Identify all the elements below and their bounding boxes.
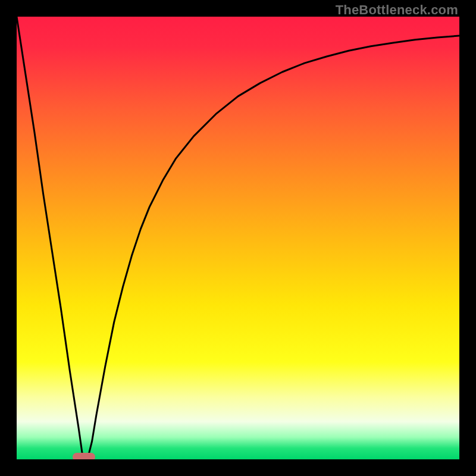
chart-frame: TheBottleneck.com	[0, 0, 476, 476]
watermark-text: TheBottleneck.com	[336, 2, 458, 18]
plot-area	[17, 17, 459, 459]
curve-layer	[17, 17, 459, 459]
bottleneck-curve	[17, 17, 459, 459]
optimal-marker	[73, 453, 95, 459]
